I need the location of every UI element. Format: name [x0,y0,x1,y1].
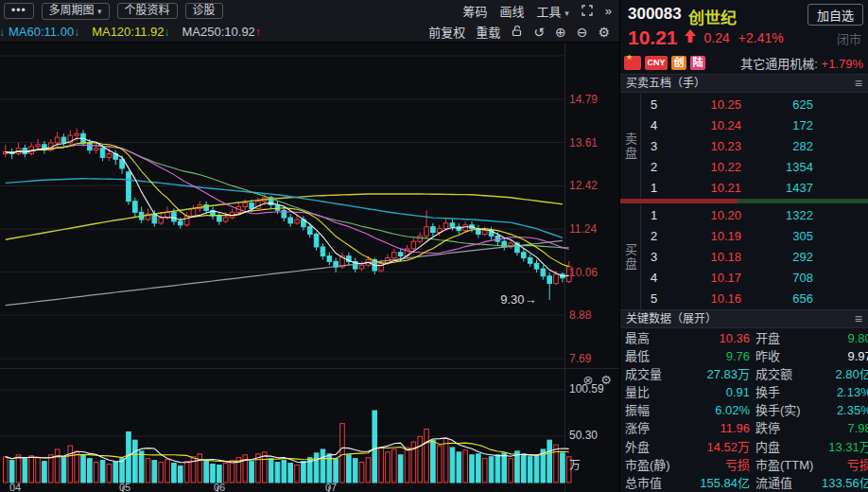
ratio-red-segment [620,199,738,203]
zoom-out-icon[interactable]: ⊖ [577,26,588,39]
kd-label: 跌停 [750,419,822,437]
market-status: 闭市 [837,29,861,47]
quote-header: 300083 创世纪 加自选 [620,0,868,26]
price-axis-label: 13.61 [569,136,598,149]
key-data-menu-icon[interactable]: ≡ [855,310,862,328]
volume-chart-canvas[interactable] [0,369,619,492]
buy-row-4[interactable]: 410.17708 [641,268,868,289]
settings-gear-icon[interactable]: ⚙ [598,26,610,39]
price-chart-canvas[interactable] [0,43,619,368]
buy-side-label: 买盘 [620,204,641,309]
china-flag-icon: ★ [624,56,641,70]
sell-row-5[interactable]: 510.25625 [641,94,868,114]
ma120-label: MA120:11.92↓ [92,25,169,39]
kd-value: 0.91 [684,383,750,401]
cny-badge: CNY [645,56,668,70]
kd-value: 155.84亿 [684,474,750,492]
kd-value: 10.36 [684,329,750,347]
reload-button[interactable]: 重载 [476,23,500,41]
more-button[interactable]: ••• [4,3,34,19]
kd-label: 流通值 [750,474,822,492]
ratio-green-segment [738,199,868,203]
kd-value: 9.80 [822,329,868,347]
month-axis-label: 07 [325,482,337,492]
sell-row-2[interactable]: 210.221354 [641,157,868,178]
price-axis-label: 7.69 [569,352,591,365]
kd-label: 换手 [750,383,822,401]
kd-label: 换手(实) [750,401,822,419]
kd-value: 133.56亿 [822,474,868,492]
sell-row-1[interactable]: 110.211437 [641,178,868,199]
kd-label: 振幅 [625,401,684,419]
kd-value: 9.97 [822,347,868,365]
kd-label: 成交量 [625,365,684,383]
volume-unit-label: 万 [569,456,581,472]
month-axis-label: 04 [9,482,21,492]
chart-toolbar: ••• 多周期图 ▾ 个股资料 诊股 筹码 画线 工具 ▾ » [0,0,619,22]
stock-info-button[interactable]: 个股资料 [117,3,178,19]
ma250-label: MA250:10.92↑ [182,25,261,39]
price-change-percent: +2.41% [738,30,784,45]
kd-value: 2.35% [822,401,868,419]
draw-line-button[interactable]: 画线 [500,2,525,20]
kd-value: 2.80亿 [822,365,868,383]
kd-label: 最高 [625,329,684,347]
kd-label: 量比 [625,383,684,401]
kd-value: 2.13% [822,383,868,401]
kd-label: 涨停 [625,419,684,437]
kd-value: 13.31万 [822,438,868,456]
kd-value: 27.83万 [684,365,750,383]
order-book-menu-icon[interactable]: ≡ [855,75,862,93]
sell-side-label: 卖盘 [620,94,641,199]
undo-icon[interactable]: ↺ [533,26,545,39]
buy-row-1[interactable]: 110.201322 [641,204,868,225]
zoom-in-icon[interactable]: ⊕ [555,26,566,39]
multi-period-button[interactable]: 多周期图 ▾ [42,3,110,20]
stock-code: 300083 [628,5,682,24]
chips-button[interactable]: 筹码 [463,2,488,20]
buy-row-2[interactable]: 210.19305 [641,225,868,246]
order-book-title: 买卖五档（手） [626,77,705,90]
fullscreen-icon[interactable] [582,3,593,20]
diagnose-button[interactable]: 诊股 [185,3,223,19]
volume-axis-label: 100.59 [569,382,604,395]
sell-row-4[interactable]: 410.24172 [641,114,868,135]
kd-value: 亏损 [822,456,868,474]
price-axis-label: 12.42 [569,179,598,192]
price-axis-label: 8.88 [569,308,591,322]
buy-row-5[interactable]: 510.16656 [641,289,868,309]
badge-row: ★ CNY 创 陆 其它通用机械: +1.79% [620,52,868,73]
month-axis-label: 06 [214,482,225,492]
month-axis-label: 05 [119,482,130,492]
sell-row-3[interactable]: 310.23282 [641,135,868,156]
add-watchlist-button[interactable]: 加自选 [807,4,863,26]
buy-row-3[interactable]: 310.18292 [641,246,868,267]
ma-legend: ↓ MA60:11.00↓ MA120:11.92↓ MA250:10.92↑ [0,25,269,39]
adjust-qfq-button[interactable]: 前复权 [428,23,465,41]
kd-value: 7.98 [822,419,868,437]
sector-change: +1.79% [822,57,863,71]
kd-value: 14.52万 [684,438,750,456]
sell-levels: 卖盘 510.25625 410.24172 310.23282 210.221… [620,94,868,199]
price-axis-label: 14.79 [569,93,598,106]
order-book-header: 买卖五档（手） ≡ [620,74,868,93]
mainland-badge: 陆 [690,56,705,70]
unlock-icon[interactable] [511,24,523,41]
last-price: 10.21 [628,26,678,49]
chevron-down-icon: ▾ [564,9,569,18]
kd-label: 最低 [625,347,684,365]
kd-label: 昨收 [750,347,822,365]
expand-more-button[interactable]: » [605,4,612,18]
volume-axis-label: 50.30 [569,429,598,442]
buy-levels: 买盘 110.201322 210.19305 310.18292 410.17… [620,204,868,309]
chinext-badge: 创 [671,56,686,70]
volume-chart-pane: ⊗ ⚙ 100.5950.30万04050607 [0,368,619,492]
price-axis-label: 11.24 [569,222,597,236]
buy-sell-ratio-bar [620,199,868,203]
key-data-header: 关键数据（展开） ≡ [620,309,868,328]
indicator-bar: ↓ MA60:11.00↓ MA120:11.92↓ MA250:10.92↑ … [0,22,619,43]
sector-link[interactable]: 其它通用机械: +1.79% [740,54,863,72]
tools-button[interactable]: 工具 ▾ [537,2,569,20]
kd-value: 11.96 [684,419,750,437]
price-row: 10.21 0.24 +2.41% 闭市 [620,26,868,50]
